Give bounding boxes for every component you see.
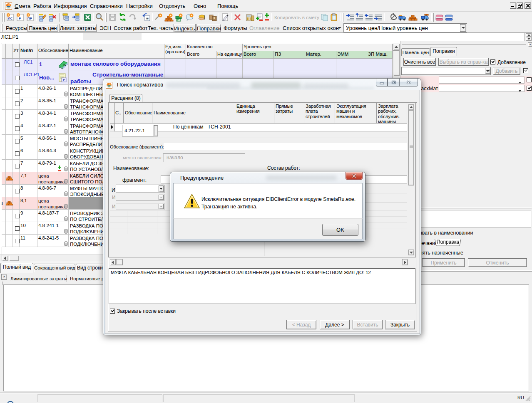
svg-text:ЛС: ЛС [8, 17, 13, 20]
svg-text:P: P [63, 78, 65, 82]
svg-text:✳: ✳ [146, 17, 149, 21]
svg-text:Р: Р [19, 17, 21, 20]
svg-text:ПР: ПР [27, 17, 32, 20]
